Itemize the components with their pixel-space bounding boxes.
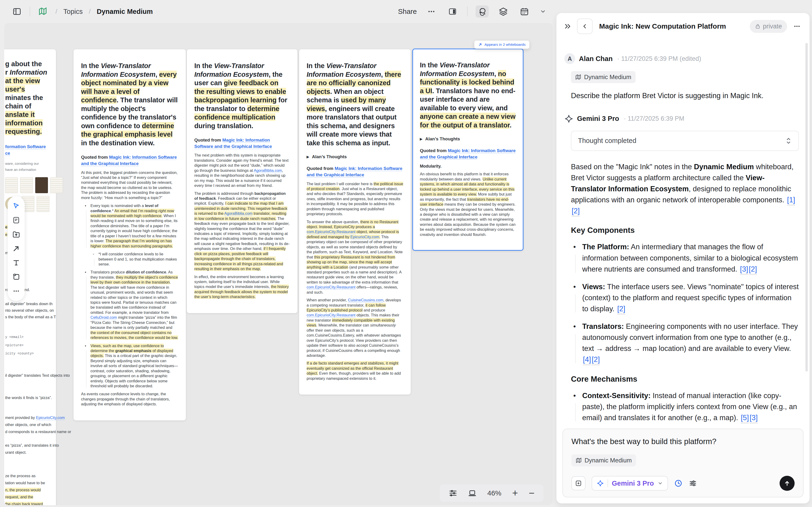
citation-link[interactable]: [3]	[740, 265, 748, 275]
note-tool-icon[interactable]	[12, 216, 20, 224]
chevron-down-icon[interactable]	[539, 5, 547, 17]
model-selector[interactable]: Gemini 3 Pro	[592, 476, 668, 491]
citation-link[interactable]: [5]	[741, 413, 749, 424]
assistant-message: Gemini 3 Pro · 11/27/2025 6:39 PM Though…	[564, 114, 799, 423]
sidebar-toggle-icon[interactable]	[10, 5, 23, 17]
note-card-protocols[interactable]: In the View-Translator Information Ecosy…	[299, 49, 411, 395]
text-fragment: have an information	[5, 168, 36, 172]
text-tool-icon[interactable]	[12, 259, 20, 267]
inline-link[interactable]: CelluDroid.com	[91, 315, 117, 320]
more-tools-icon[interactable]	[12, 287, 20, 295]
inline-link[interactable]: CuisineCousins.com	[348, 298, 383, 302]
text-segment: tation would have to be	[5, 481, 45, 485]
breadcrumb-section[interactable]: Topics	[63, 8, 83, 15]
text-fragment: at the view	[5, 77, 40, 85]
citation-link[interactable]: [1]	[787, 196, 795, 206]
citation-link[interactable]: [2]	[572, 207, 579, 217]
citation-link[interactable]: [4]	[583, 355, 591, 365]
text-fragment: ment provided by EpicurioCity.com	[5, 415, 65, 420]
collapsed-thoughts-toggle[interactable]: ▶Alan’s Thoughts	[307, 154, 403, 159]
text-fragment: s the body of the email as a T	[5, 315, 56, 319]
share-button[interactable]: Share	[398, 7, 417, 15]
text-segment: ment provided by	[5, 415, 36, 420]
citation-link[interactable]: [2]	[749, 265, 757, 275]
text-segment: is something a topic?”	[123, 195, 162, 200]
note-card-confidence[interactable]: In the View-Translator Information Ecosy…	[73, 49, 186, 420]
text-segment: during translation.	[194, 122, 253, 129]
zoom-out-button[interactable]: −	[529, 488, 535, 498]
zoom-in-button[interactable]: +	[512, 488, 518, 498]
text-segment: In the	[194, 62, 214, 69]
arrow-tool-icon[interactable]	[12, 244, 20, 253]
thought-summary-toggle[interactable]: Thought completed	[571, 131, 799, 151]
settings-sliders-icon[interactable]	[689, 479, 697, 488]
chat-menu-icon[interactable]	[791, 20, 803, 33]
assistant-response: Based on the "Magic Ink" notes in the Dy…	[571, 161, 799, 423]
inline-link[interactable]: com.EpicurioCity.Restaurant	[307, 285, 355, 289]
present-mode-icon[interactable]	[468, 489, 476, 497]
paragraph: In effect, the entire environment become…	[194, 274, 290, 299]
composer[interactable]: What's the best way to build this platfo…	[562, 429, 804, 497]
chevron-down-icon	[658, 481, 663, 486]
paragraph: As events cause confidence levels to cha…	[81, 392, 178, 406]
paragraph: To answer the above question, there is n…	[307, 219, 403, 295]
panel-scrollbar[interactable]	[805, 43, 808, 372]
text-segment: . The text digester will have more confi…	[91, 280, 176, 315]
text-segment: offer their own objects, such as a com.C…	[307, 328, 401, 357]
breadcrumb-current: Dynamic Medium	[97, 8, 153, 15]
citation-link[interactable]: [2]	[617, 305, 625, 315]
composer-input[interactable]: What's the best way to build this platfo…	[571, 437, 795, 446]
collapse-panel-icon[interactable]	[562, 20, 573, 33]
attach-button[interactable]	[571, 476, 586, 490]
text-segment: the words it finds is “pizza”.	[5, 396, 52, 400]
note-card-feedback[interactable]: In the View-Translator Information Ecosy…	[187, 49, 297, 313]
whiteboard-icon[interactable]	[36, 5, 49, 17]
frame-tool-icon[interactable]	[12, 273, 20, 281]
text-segment: The interface users see. Views "nominate…	[582, 283, 799, 313]
inline-link[interactable]: formation Software	[5, 144, 46, 149]
citation-link[interactable]: [3]	[750, 413, 758, 424]
text-segment: information	[19, 168, 36, 172]
select-tool-icon[interactable]	[12, 202, 20, 210]
collapsed-thoughts-toggle[interactable]: ▶Alan’s Thoughts	[420, 136, 516, 142]
text-segment: anslate it	[5, 111, 35, 118]
text-fragment: y <email>	[5, 334, 23, 339]
text-fragment: ce	[5, 151, 10, 156]
send-button[interactable]	[779, 476, 795, 491]
calendar-icon[interactable]	[518, 5, 531, 17]
inline-link[interactable]: EpicurioCity.com	[350, 235, 379, 239]
inline-link[interactable]: AgoraBiblia.com	[254, 168, 282, 172]
quoted-from: Quoted from Magic Ink: Information Softw…	[194, 137, 290, 150]
context-chip[interactable]: Dynamic Medium	[571, 71, 636, 83]
text-fragment: minates the	[5, 94, 43, 102]
comments-icon[interactable]	[475, 5, 489, 17]
back-button[interactable]	[577, 18, 593, 34]
composer-context-chip[interactable]: Dynamic Medium	[571, 454, 636, 466]
text-segment: requesting.	[5, 128, 42, 135]
inline-link[interactable]: com.EpicurioCity.Restaurant	[307, 313, 355, 317]
text-segment: ,	[494, 70, 498, 77]
inline-link[interactable]: ce	[5, 151, 10, 156]
inline-link[interactable]: AgoraBiblia.com	[224, 211, 253, 216]
text-segment: have an	[5, 168, 19, 172]
appears-in-whiteboards-tooltip[interactable]: Appears in 2 whiteboards	[474, 40, 529, 49]
toggle-right-panel-icon[interactable]	[446, 5, 459, 17]
note-card-modularity[interactable]: In the View-Translator Information Ecosy…	[412, 49, 523, 251]
history-icon[interactable]	[674, 479, 682, 488]
text-fragment: d corresponds to a restaurant name or	[5, 430, 71, 434]
citation-link[interactable]: [2]	[592, 355, 600, 365]
view-settings-icon[interactable]	[449, 489, 457, 497]
zoom-level[interactable]: 46%	[487, 489, 501, 497]
text-segment: An email that I’m reading	[114, 209, 158, 213]
import-tool-icon[interactable]	[12, 230, 20, 239]
text-segment: As events cause confidence levels to cha…	[81, 392, 170, 406]
layers-icon[interactable]	[497, 5, 510, 17]
list-item: *I will consider confidence levels to li…	[92, 251, 178, 267]
chat-messages[interactable]: A Alan Chan · 11/27/2025 6:39 PM (edited…	[556, 41, 810, 431]
text-segment: In the	[307, 62, 326, 69]
inline-link[interactable]: com.EpicurioCity.Restaurant	[307, 230, 355, 234]
inline-link[interactable]: EpicurioCity.com	[36, 415, 65, 420]
more-options-icon[interactable]	[425, 5, 438, 17]
text-segment: In the	[420, 61, 440, 69]
whiteboard-canvas[interactable]: g about ther Informationat the viewuser'…	[4, 23, 553, 505]
